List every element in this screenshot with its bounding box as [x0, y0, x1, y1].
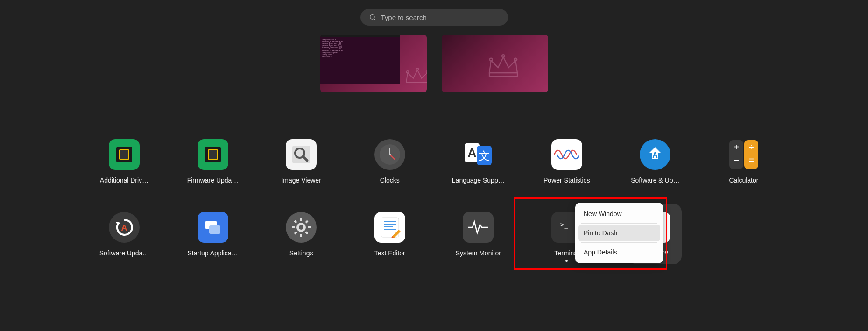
workspace-thumb-1[interactable]: user@host:~$ ls -la drwxr-xr-x 8 user us… [320, 35, 427, 92]
app-settings[interactable]: Settings [266, 212, 337, 264]
app-calculator[interactable]: +−÷= Calculator [708, 139, 779, 184]
svg-line-35 [306, 232, 308, 234]
svg-text:−: − [734, 155, 739, 165]
menu-pin-to-dash[interactable]: Pin to Dash [578, 225, 660, 241]
svg-text:÷: ÷ [748, 142, 754, 152]
app-label: Calculator [729, 176, 758, 184]
svg-text:=: = [748, 155, 754, 165]
app-firmware-updater[interactable]: Firmware Upda… [177, 139, 248, 184]
svg-line-36 [295, 232, 296, 234]
app-software-updates[interactable]: A Software & Up… [620, 139, 691, 184]
app-label: System Monitor [456, 249, 501, 257]
svg-rect-29 [209, 225, 220, 234]
software-updates-icon: A [640, 139, 670, 170]
workspace-terminal-window: user@host:~$ ls -la drwxr-xr-x 8 user us… [320, 35, 400, 84]
svg-line-34 [295, 221, 296, 223]
app-power-statistics[interactable]: Power Statistics [531, 139, 602, 184]
app-label: Additional Driv… [100, 176, 148, 184]
workspace-switcher: user@host:~$ ls -la drwxr-xr-x 8 user us… [320, 35, 548, 92]
additional-drivers-icon [109, 139, 140, 170]
clocks-icon [374, 139, 405, 170]
text-editor-icon [374, 212, 405, 243]
app-label: Language Supp… [452, 176, 505, 184]
app-label: Clocks [380, 176, 400, 184]
running-indicator [565, 260, 568, 262]
settings-icon [286, 212, 317, 243]
menu-app-details[interactable]: App Details [578, 244, 660, 261]
svg-point-5 [489, 58, 492, 61]
menu-separator [581, 223, 657, 224]
svg-text:A: A [121, 223, 127, 232]
app-label: Software Upda… [99, 249, 149, 257]
app-label: Software & Up… [631, 176, 679, 184]
svg-text:>_: >_ [560, 221, 568, 229]
software-updater-icon: A [109, 212, 140, 243]
app-grid: Additional Driv… Firmware Upda… Image Vi… [89, 139, 779, 264]
app-software-updater[interactable]: A Software Upda… [89, 212, 160, 264]
app-context-menu: New Window Pin to Dash App Details [575, 203, 663, 263]
app-system-monitor[interactable]: System Monitor [443, 212, 514, 264]
app-label: Power Statistics [543, 176, 590, 184]
power-statistics-icon [551, 139, 582, 170]
search-bar[interactable] [360, 9, 508, 26]
svg-point-0 [370, 15, 374, 19]
app-label: Firmware Upda… [187, 176, 239, 184]
app-label: Image Viewer [281, 176, 321, 184]
app-image-viewer[interactable]: Image Viewer [266, 139, 337, 184]
svg-text:+: + [734, 142, 739, 152]
svg-text:A: A [468, 146, 477, 160]
language-support-icon: A文 [463, 139, 494, 170]
svg-point-4 [426, 71, 426, 73]
svg-line-1 [374, 19, 375, 20]
image-viewer-icon [286, 139, 317, 170]
search-input[interactable] [381, 14, 500, 21]
app-language-support[interactable]: A文 Language Supp… [443, 139, 514, 184]
svg-point-2 [406, 71, 409, 73]
svg-text:文: 文 [479, 149, 490, 162]
calculator-icon: +−÷= [728, 139, 759, 170]
app-text-editor[interactable]: Text Editor [354, 212, 425, 264]
svg-rect-8 [489, 73, 517, 77]
app-label: Settings [289, 249, 313, 257]
startup-applications-icon [198, 212, 228, 243]
app-clocks[interactable]: Clocks [354, 139, 425, 184]
search-icon [369, 14, 376, 21]
workspace-thumb-2[interactable] [442, 35, 548, 92]
app-additional-drivers[interactable]: Additional Driv… [89, 139, 160, 184]
svg-point-7 [514, 58, 517, 61]
firmware-updater-icon [198, 139, 228, 170]
menu-separator [581, 242, 657, 243]
svg-text:A: A [653, 151, 658, 159]
app-label: Startup Applica… [187, 249, 238, 257]
svg-line-37 [306, 221, 308, 223]
svg-point-15 [389, 154, 391, 155]
system-monitor-icon [463, 212, 494, 243]
app-startup-applications[interactable]: Startup Applica… [177, 212, 248, 264]
app-label: Text Editor [374, 249, 405, 257]
menu-new-window[interactable]: New Window [578, 205, 660, 222]
